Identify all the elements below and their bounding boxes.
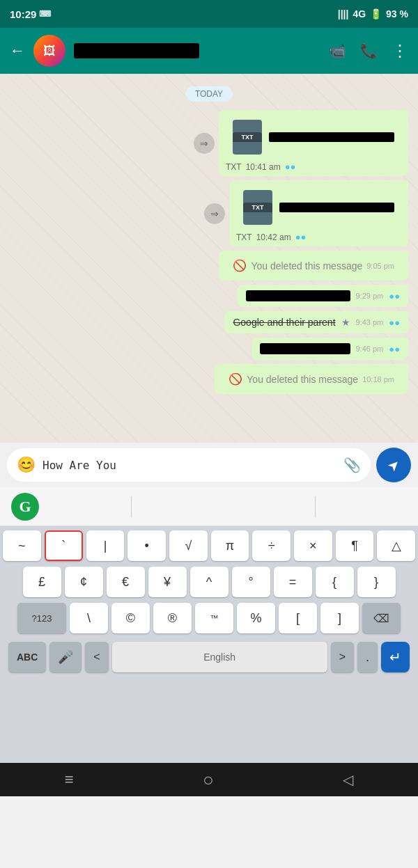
message-time-inline: 9:46 pm bbox=[356, 345, 384, 353]
file-name-redacted bbox=[269, 132, 394, 142]
key-triangle[interactable]: △ bbox=[377, 530, 415, 561]
key-yen[interactable]: ¥ bbox=[148, 567, 187, 597]
message-time-inline: 9:29 pm bbox=[356, 292, 384, 300]
status-bar: 10:29 ⌨ |||| 4G 🔋 93 % bbox=[0, 0, 418, 28]
deleted-content: 🚫 You deleted this message 10:18 pm bbox=[222, 368, 401, 390]
message-time: 10:41 am bbox=[246, 162, 281, 172]
key-less-than[interactable]: < bbox=[85, 642, 108, 672]
keyboard-bottom-row: ABC 🎤 < English > . ↵ bbox=[3, 639, 415, 675]
date-label: TODAY bbox=[185, 86, 233, 102]
keyboard-row-1: ~ ` | • √ π ÷ × ¶ △ bbox=[3, 530, 415, 561]
nav-back-icon[interactable]: ◁ bbox=[343, 771, 353, 788]
nav-home-icon[interactable]: ○ bbox=[203, 769, 214, 791]
key-divide[interactable]: ÷ bbox=[252, 530, 291, 561]
network-type: 4G bbox=[353, 8, 366, 19]
redacted-text bbox=[260, 343, 350, 354]
back-button[interactable]: ← bbox=[10, 42, 25, 60]
key-euro[interactable]: € bbox=[107, 567, 145, 597]
delete-key[interactable]: ⌫ bbox=[362, 603, 401, 633]
status-time: 10:29 ⌨ bbox=[10, 8, 51, 20]
text-content: 9:46 pm ●● bbox=[260, 343, 400, 354]
strikethrough-text: Google and their parent bbox=[233, 317, 335, 328]
signal-icon: |||| bbox=[338, 8, 349, 19]
forward-icon[interactable]: ⇒ bbox=[204, 203, 225, 224]
attach-button[interactable]: 📎 bbox=[343, 457, 361, 473]
key-pilcrow[interactable]: ¶ bbox=[336, 530, 374, 561]
message-row: ⇒ TXT TXT 10:41 am ●● bbox=[10, 110, 408, 176]
read-ticks: ●● bbox=[389, 317, 400, 328]
contact-name[interactable] bbox=[74, 43, 199, 58]
grammarly-icon[interactable]: G bbox=[11, 493, 39, 521]
header-icons: 📹 📞 ⋮ bbox=[329, 41, 408, 61]
key-pi[interactable]: π bbox=[211, 530, 249, 561]
more-options-icon[interactable]: ⋮ bbox=[392, 41, 408, 61]
message-time-inline: 9:43 pm bbox=[356, 318, 384, 326]
deleted-content: 🚫 You deleted this message 9:05 pm bbox=[226, 255, 401, 276]
file-content: TXT bbox=[236, 184, 401, 230]
key-caret[interactable]: ^ bbox=[190, 567, 229, 597]
key-multiply[interactable]: × bbox=[294, 530, 332, 561]
file-ext-label: TXT bbox=[243, 203, 272, 212]
avatar[interactable]: 🖼 bbox=[33, 35, 65, 67]
chat-area: TODAY ⇒ TXT TXT 10:41 am ●● ⇒ bbox=[0, 74, 418, 443]
key-bullet[interactable]: • bbox=[127, 530, 166, 561]
key-equals[interactable]: = bbox=[274, 567, 312, 597]
input-area: 😊 How Are You 📎 ➤ bbox=[0, 443, 418, 487]
key-percent[interactable]: % bbox=[237, 603, 275, 633]
key-period[interactable]: . bbox=[357, 642, 378, 672]
message-row: 9:46 pm ●● bbox=[10, 338, 408, 360]
message-row: 9:29 pm ●● bbox=[10, 285, 408, 307]
key-lbracket[interactable]: [ bbox=[279, 603, 317, 633]
key-pound[interactable]: £ bbox=[23, 567, 61, 597]
file-type-icon: TXT bbox=[233, 120, 262, 155]
key-enter[interactable]: ↵ bbox=[381, 642, 410, 672]
key-rbracket[interactable]: ] bbox=[320, 603, 359, 633]
grammarly-bar: G bbox=[0, 487, 418, 526]
message-time: 10:42 am bbox=[256, 232, 291, 242]
text-message-2[interactable]: Google and their parent ★ 9:43 pm ●● bbox=[224, 311, 408, 333]
phone-call-icon[interactable]: 📞 bbox=[360, 42, 378, 59]
key-mic[interactable]: 🎤 bbox=[49, 642, 82, 672]
file-ext: TXT bbox=[236, 232, 252, 242]
key-sqrt[interactable]: √ bbox=[169, 530, 208, 561]
video-call-icon[interactable]: 📹 bbox=[329, 42, 346, 59]
read-ticks: ●● bbox=[285, 161, 296, 172]
deleted-time: 9:05 pm bbox=[366, 262, 394, 270]
file-message-2[interactable]: TXT TXT 10:42 am ●● bbox=[229, 180, 408, 246]
read-ticks: ●● bbox=[389, 291, 400, 301]
text-message-1[interactable]: 9:29 pm ●● bbox=[238, 285, 408, 307]
file-content: TXT bbox=[226, 114, 401, 160]
file-meta: TXT 10:42 am ●● bbox=[236, 232, 401, 242]
message-input[interactable]: How Are You bbox=[42, 459, 336, 472]
forward-icon[interactable]: ⇒ bbox=[194, 133, 215, 154]
key-pipe[interactable]: | bbox=[86, 530, 125, 561]
time-display: 10:29 bbox=[10, 8, 36, 20]
message-row: 🚫 You deleted this message 9:05 pm bbox=[10, 251, 408, 281]
file-name-redacted bbox=[279, 203, 394, 212]
text-message-3[interactable]: 9:46 pm ●● bbox=[251, 338, 408, 360]
send-button[interactable]: ➤ bbox=[376, 448, 411, 482]
key-backtick[interactable]: ` bbox=[45, 530, 83, 561]
key-backslash[interactable]: \ bbox=[70, 603, 108, 633]
keyboard[interactable]: ~ ` | • √ π ÷ × ¶ △ £ ¢ € ¥ ^ ° = { } ?1… bbox=[0, 526, 418, 763]
key-trademark[interactable]: ™ bbox=[195, 603, 233, 633]
key-abc[interactable]: ABC bbox=[8, 642, 46, 672]
message-input-box[interactable]: 😊 How Are You 📎 bbox=[7, 448, 371, 482]
battery-level: 93 % bbox=[386, 8, 408, 19]
keyboard-row-3: ?123 \ © ® ™ % [ ] ⌫ bbox=[3, 603, 415, 633]
key-copyright[interactable]: © bbox=[111, 603, 150, 633]
key-space[interactable]: English bbox=[112, 642, 327, 672]
key-registered[interactable]: ® bbox=[153, 603, 192, 633]
nav-menu-icon[interactable]: ≡ bbox=[65, 771, 74, 789]
key-degree[interactable]: ° bbox=[232, 567, 270, 597]
keyboard-indicator: ⌨ bbox=[39, 9, 51, 19]
key-123[interactable]: ?123 bbox=[17, 603, 66, 633]
key-tilde[interactable]: ~ bbox=[3, 530, 41, 561]
key-rbrace[interactable]: } bbox=[357, 567, 396, 597]
key-greater-than[interactable]: > bbox=[331, 642, 354, 672]
emoji-button[interactable]: 😊 bbox=[17, 456, 36, 474]
chat-header: ← 🖼 📹 📞 ⋮ bbox=[0, 28, 418, 74]
key-cent[interactable]: ¢ bbox=[65, 567, 103, 597]
file-message-1[interactable]: TXT TXT 10:41 am ●● bbox=[219, 110, 408, 176]
key-lbrace[interactable]: { bbox=[316, 567, 354, 597]
